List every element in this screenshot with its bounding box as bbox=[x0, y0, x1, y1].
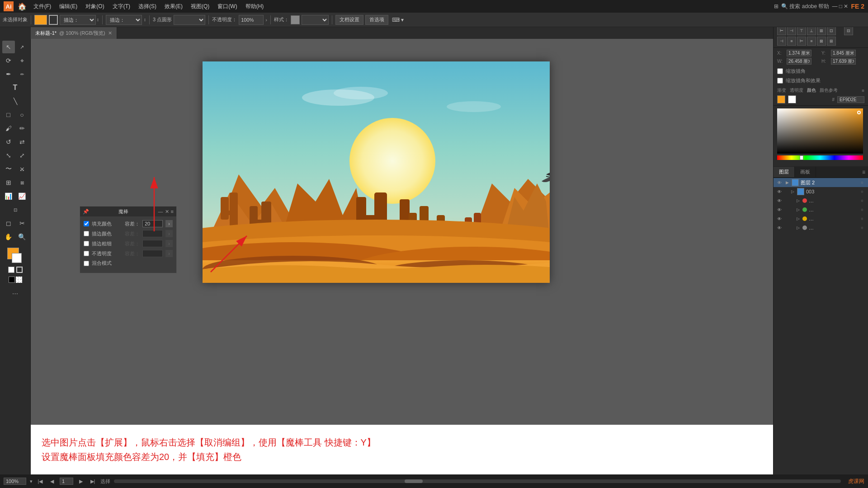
select-tool[interactable]: ↖ bbox=[2, 41, 15, 53]
menu-window[interactable]: 窗口(W) bbox=[214, 2, 241, 11]
layer-row-yellow[interactable]: 👁 ▷ … ○ bbox=[774, 214, 868, 223]
puppet-tool[interactable]: ⊠ bbox=[16, 176, 28, 189]
layer2-eye[interactable]: 👁 bbox=[776, 179, 783, 186]
zoom-arrow[interactable]: ▾ bbox=[30, 479, 33, 484]
type-tool[interactable]: T bbox=[9, 81, 22, 94]
stroke-width-checkbox[interactable] bbox=[84, 241, 89, 246]
fill-color-checkbox[interactable] bbox=[84, 221, 89, 226]
doc-settings-btn[interactable]: 文档设置 bbox=[335, 15, 363, 25]
green-target[interactable]: ○ bbox=[859, 206, 865, 213]
menu-file[interactable]: 文件(F) bbox=[30, 2, 55, 11]
layers-panel-menu[interactable]: ≡ bbox=[859, 169, 868, 175]
scale-tool[interactable]: ⤡ bbox=[2, 149, 15, 162]
lasso-tool[interactable]: ⟳ bbox=[2, 54, 15, 67]
height-input[interactable] bbox=[831, 58, 856, 65]
menu-object[interactable]: 对象(O) bbox=[82, 2, 108, 11]
column-graph-tool[interactable]: 📊 bbox=[2, 190, 15, 202]
color-fg-swatch[interactable] bbox=[777, 95, 785, 103]
scale-effects-checkbox[interactable] bbox=[777, 78, 783, 84]
menu-text[interactable]: 文字(T) bbox=[109, 2, 134, 11]
warp-tool[interactable]: 〜 bbox=[2, 163, 15, 175]
paintbrush-tool[interactable]: 🖌 bbox=[2, 122, 15, 135]
artboard[interactable] bbox=[203, 61, 550, 283]
none-fill[interactable] bbox=[9, 277, 15, 283]
stroke-color-swatch[interactable] bbox=[49, 15, 58, 25]
toolbar-extra-icon[interactable]: ⌨ ▾ bbox=[392, 17, 404, 23]
red-target[interactable]: ○ bbox=[859, 197, 865, 204]
direct-select-tool[interactable]: ↗ bbox=[16, 41, 28, 53]
blend-mode-select[interactable]: 描边： bbox=[106, 15, 142, 25]
eraser-tool[interactable]: ◻ bbox=[2, 217, 15, 230]
hue-slider[interactable] bbox=[777, 155, 863, 160]
align-left-icon[interactable]: ⊢ bbox=[777, 26, 786, 35]
align-right-icon[interactable]: ⊤ bbox=[797, 26, 806, 35]
stroke-width-arrow[interactable]: › bbox=[165, 240, 173, 247]
gradient-fill[interactable] bbox=[16, 277, 22, 283]
reflect-tool[interactable]: ⇄ bbox=[16, 136, 28, 148]
pencil-tool[interactable]: ✏ bbox=[16, 122, 28, 135]
rect-tool[interactable]: □ bbox=[2, 108, 15, 121]
align-bottom-icon[interactable]: ⊡ bbox=[827, 26, 836, 35]
align-top-icon[interactable]: ⊥ bbox=[807, 26, 816, 35]
dist-left-icon[interactable]: ⊣ bbox=[777, 37, 786, 46]
opacity-checkbox[interactable] bbox=[84, 251, 89, 256]
menu-select[interactable]: 选择(S) bbox=[135, 2, 160, 11]
dist-bottom-icon[interactable]: ⊞ bbox=[827, 37, 836, 46]
hex-input[interactable] bbox=[837, 96, 864, 103]
fill-tolerance-input[interactable] bbox=[142, 220, 163, 227]
stroke-tolerance-input[interactable] bbox=[142, 230, 163, 237]
rotate-tool[interactable]: ↺ bbox=[2, 136, 15, 148]
free-transform-tool[interactable]: ⊞ bbox=[2, 176, 15, 189]
zoom-tool[interactable]: 🔍 bbox=[16, 230, 28, 243]
shear-tool[interactable]: ⤢ bbox=[16, 149, 28, 162]
fill-color-swatch[interactable] bbox=[34, 15, 47, 25]
stroke-tolerance-arrow[interactable]: › bbox=[165, 230, 173, 237]
width-input[interactable] bbox=[787, 58, 811, 65]
yellow-target[interactable]: ○ bbox=[859, 216, 865, 222]
menu-view[interactable]: 视图(Q) bbox=[187, 2, 213, 11]
artboard-tab[interactable]: 画板 bbox=[795, 167, 816, 177]
bar-graph-tool[interactable]: 📈 bbox=[16, 190, 28, 202]
menu-effect[interactable]: 效果(E) bbox=[161, 2, 186, 11]
artboard-tool[interactable]: ⊡ bbox=[9, 203, 22, 216]
layer-row-green[interactable]: 👁 ▷ … ○ bbox=[774, 205, 868, 214]
opacity-arrow[interactable]: › bbox=[265, 17, 267, 23]
yellow-expand[interactable]: ▷ bbox=[795, 216, 801, 221]
more-tools[interactable]: … bbox=[9, 286, 22, 298]
opacity-input[interactable] bbox=[239, 15, 264, 25]
home-icon[interactable]: 🏠 bbox=[17, 1, 27, 11]
panel-menu-dots[interactable]: ≡ bbox=[862, 88, 864, 93]
swap-colors[interactable] bbox=[16, 267, 23, 273]
layer-row-layer2[interactable]: 👁 ▶ 图层 2 ○ bbox=[774, 178, 868, 187]
dist-right-icon[interactable]: ⊢ bbox=[797, 37, 806, 46]
next-page-btn[interactable]: ▶ bbox=[77, 477, 85, 485]
panel-menu-btn[interactable]: ≡ bbox=[171, 209, 174, 215]
scrollbar-thumb[interactable] bbox=[405, 479, 423, 483]
layers-tab[interactable]: 图层 bbox=[774, 167, 795, 177]
yellow-eye[interactable]: 👁 bbox=[776, 216, 783, 222]
add-anchor-tool[interactable]: ✏ bbox=[16, 68, 28, 80]
green-expand[interactable]: ▷ bbox=[795, 207, 801, 212]
fill-tolerance-arrow[interactable]: › bbox=[165, 220, 173, 227]
green-eye[interactable]: 👁 bbox=[776, 206, 783, 213]
preferences-btn[interactable]: 首选项 bbox=[365, 15, 388, 25]
window-controls[interactable]: — □ ✕ bbox=[832, 3, 849, 9]
menu-edit[interactable]: 编辑(E) bbox=[56, 2, 81, 11]
panel-close-btn[interactable]: ✕ bbox=[165, 209, 169, 215]
first-page-btn[interactable]: |◀ bbox=[36, 477, 44, 485]
gray-target[interactable]: ○ bbox=[859, 225, 865, 231]
distribute-h-icon[interactable]: ⊟ bbox=[844, 26, 853, 35]
horizontal-scrollbar[interactable] bbox=[114, 479, 841, 483]
brush-type-select[interactable] bbox=[174, 15, 205, 25]
pen-tool[interactable]: ✒ bbox=[2, 68, 15, 80]
layer-row-gray[interactable]: 👁 ▷ … ○ bbox=[774, 223, 868, 232]
y-input[interactable] bbox=[831, 50, 856, 56]
stroke-type-select[interactable]: 描边： bbox=[60, 15, 96, 25]
gray-eye[interactable]: 👁 bbox=[776, 225, 783, 231]
dist-vcenter-icon[interactable]: ⊠ bbox=[817, 37, 826, 46]
003-expand[interactable]: ▷ bbox=[790, 189, 795, 194]
blend-mode-checkbox[interactable] bbox=[84, 261, 89, 266]
dist-top-icon[interactable]: ≡ bbox=[807, 37, 816, 46]
document-tab[interactable]: 未标题-1* @ 100% (RGB/预览) ✕ bbox=[31, 27, 117, 39]
line-tool[interactable]: ╲ bbox=[9, 95, 22, 108]
